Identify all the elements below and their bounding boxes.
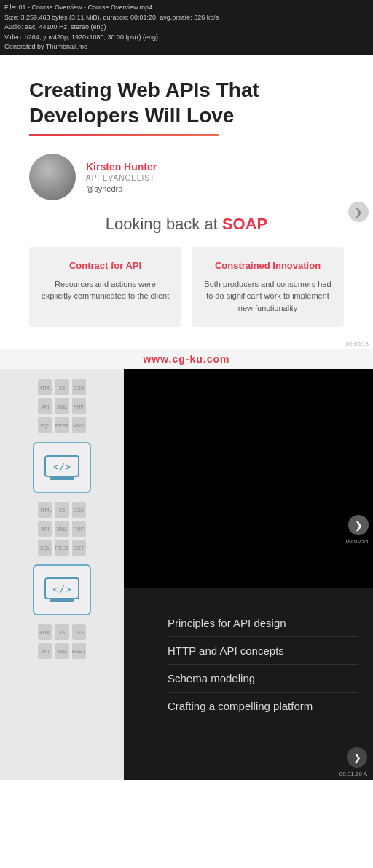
meta-line4: Video: h264, yuv420p, 1920x1080, 30.00 f…	[4, 33, 369, 43]
curriculum-item-3: Schema modeling	[168, 665, 358, 693]
pattern-cell: JS	[55, 624, 68, 640]
soap-heading: Looking back at SOAP	[29, 215, 344, 234]
video-black	[124, 369, 373, 588]
watermark-text: www.cg-ku.com	[143, 353, 229, 365]
pattern-cell: MVC	[72, 417, 86, 433]
meta-line5: Generated by Thumbnail.me	[4, 42, 369, 52]
curriculum-section: Principles for API design HTTP and API c…	[124, 588, 373, 741]
cards-row: Contract for API Resources and actions w…	[29, 247, 344, 328]
bottom-timestamp: 00:01:20 A	[124, 770, 373, 780]
presenter-name: Kirsten Hunter	[86, 161, 157, 173]
avatar-image	[29, 154, 76, 200]
slide-title: Creating Web APIs That Developers Will L…	[29, 77, 344, 128]
pattern-cell: CSS	[72, 624, 86, 640]
laptop-code-icon2-svg: </>	[44, 575, 80, 604]
pattern-cell: HTML	[38, 502, 52, 518]
curriculum-item-1: Principles for API design	[168, 609, 358, 637]
laptop-code-icon-svg: </>	[44, 453, 80, 482]
video-area: Principles for API design HTTP and API c…	[124, 369, 373, 780]
card-innovation-body: Both producers and consumers had to do s…	[203, 278, 332, 315]
soap-word: SOAP	[222, 215, 267, 233]
card-innovation: Constrained Innovation Both producers an…	[192, 247, 344, 328]
pattern-cell: API	[38, 521, 52, 537]
pattern-cell: CSS	[72, 502, 86, 518]
pattern-cell: CSS	[72, 379, 86, 395]
pattern-cell: JS	[55, 379, 68, 395]
card-contract-body: Resources and actions were explicitly co…	[41, 278, 170, 302]
card-innovation-title: Constrained Innovation	[203, 260, 332, 271]
bottom-nav: ❯	[124, 741, 373, 770]
pattern-cell: REST	[72, 643, 86, 659]
pattern-cell: XML	[55, 521, 68, 537]
pattern-cell: API	[38, 398, 52, 414]
presenter-handle: @synedra	[86, 184, 157, 193]
meta-bar: File: 01 - Course Overview - Course Over…	[0, 0, 373, 55]
svg-rect-2	[50, 477, 74, 480]
code-icon-top: </>	[33, 442, 91, 493]
pattern-cell: XML	[55, 643, 68, 659]
pattern-cell: SQL	[38, 417, 52, 433]
meta-line1: File: 01 - Course Overview - Course Over…	[4, 3, 369, 13]
pattern-grid-mid: HTML JS CSS API XML PHP SQL REST GET	[35, 499, 88, 559]
avatar	[29, 154, 76, 200]
pattern-cell: REST	[55, 540, 68, 556]
presenter-info: Kirsten Hunter API EVANGELIST @synedra	[86, 161, 157, 193]
pattern-cell: API	[38, 643, 52, 659]
svg-text:</>: </>	[52, 461, 71, 473]
watermark-bar: www.cg-ku.com	[0, 349, 373, 369]
pattern-grid-bot: HTML JS CSS API XML REST	[35, 621, 88, 662]
meta-line3: Audio: aac, 44100 Hz, stereo (eng)	[4, 23, 369, 33]
pattern-side: HTML JS CSS API XML PHP SQL REST MVC </>…	[0, 369, 124, 780]
pattern-cell: PHP	[72, 398, 86, 414]
presenter-row: Kirsten Hunter API EVANGELIST @synedra	[29, 154, 344, 200]
pattern-grid-top: HTML JS CSS API XML PHP SQL REST MVC	[35, 376, 88, 436]
pattern-cell: GET	[72, 540, 86, 556]
pattern-cell: HTML	[38, 379, 52, 395]
code-icon-bottom: </>	[33, 564, 91, 615]
curriculum-item-2: HTTP and API concepts	[168, 637, 358, 665]
svg-text:</>: </>	[52, 583, 71, 595]
soap-prefix: Looking back at	[106, 215, 222, 233]
nav-arrow-1[interactable]: ❯	[348, 202, 369, 222]
nav-arrow-video[interactable]: ❯	[348, 515, 369, 535]
timestamp-1: 00:00:15	[346, 341, 369, 347]
pattern-cell: SQL	[38, 540, 52, 556]
card-contract-title: Contract for API	[41, 260, 170, 271]
svg-rect-5	[50, 599, 74, 602]
pattern-cell: XML	[55, 398, 68, 414]
curriculum-item-4: Crafting a compelling platform	[168, 693, 358, 719]
bottom-arrow[interactable]: ❯	[347, 747, 367, 768]
slide-1: Creating Web APIs That Developers Will L…	[0, 55, 373, 350]
pattern-cell: JS	[55, 502, 68, 518]
pattern-cell: HTML	[38, 624, 52, 640]
pattern-cell: PHP	[72, 521, 86, 537]
presenter-role: API EVANGELIST	[86, 174, 157, 182]
video-section: HTML JS CSS API XML PHP SQL REST MVC </>…	[0, 369, 373, 780]
pattern-cell: REST	[55, 417, 68, 433]
timestamp-video: 00:00:54	[346, 538, 369, 545]
title-underline	[29, 134, 219, 136]
meta-line2: Size: 3,259,463 bytes (3.11 MiB), durati…	[4, 13, 369, 23]
card-contract: Contract for API Resources and actions w…	[29, 247, 181, 328]
